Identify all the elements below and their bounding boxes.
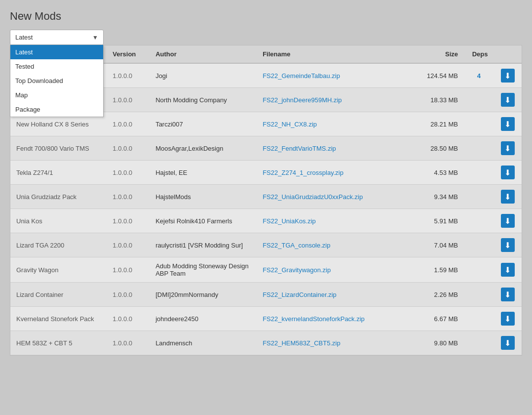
- download-button[interactable]: ⬇: [501, 141, 515, 155]
- cell-author: Adub Modding Stoneway Design ABP Team: [150, 257, 257, 283]
- download-button[interactable]: ⬇: [501, 238, 515, 252]
- cell-filename: FS22_FendtVarioTMS.zip: [257, 136, 418, 161]
- cell-version: 1.0.0.0: [107, 331, 150, 355]
- cell-size: 9.34 MB: [418, 185, 464, 209]
- cell-filename: FS22_Gravitywagon.zip: [257, 257, 418, 283]
- cell-deps: [464, 233, 494, 257]
- download-button[interactable]: ⬇: [501, 336, 515, 350]
- cell-deps: [464, 112, 494, 136]
- cell-author: Jogi: [150, 63, 257, 88]
- cell-size: 2.26 MB: [418, 283, 464, 307]
- cell-download: ⬇: [494, 185, 522, 209]
- table-row: Tekla Z274/11.0.0.0Hajstel, EEFS22_Z274_…: [10, 161, 522, 185]
- cell-download: ⬇: [494, 136, 522, 161]
- filter-dropdown-button[interactable]: Latest ▼: [10, 30, 104, 45]
- cell-filename: FS22_Z274_1_crossplay.zip: [257, 161, 418, 185]
- download-button[interactable]: ⬇: [501, 69, 515, 83]
- cell-mod-name: Fendt 700/800 Vario TMS: [10, 136, 107, 161]
- cell-download: ⬇: [494, 112, 522, 136]
- cell-deps: [464, 185, 494, 209]
- cell-size: 9.80 MB: [418, 331, 464, 355]
- dropdown-option-latest[interactable]: Latest: [10, 45, 103, 59]
- table-row: Kverneland Stonefork Pack1.0.0.0johndeer…: [10, 307, 522, 331]
- table-row: Gravity Wagon1.0.0.0Adub Modding Stonewa…: [10, 257, 522, 283]
- cell-version: 1.0.0.0: [107, 307, 150, 331]
- cell-filename: FS22_UniaGrudziadzU0xxPack.zip: [257, 185, 418, 209]
- download-button[interactable]: ⬇: [501, 214, 515, 228]
- cell-deps: [464, 257, 494, 283]
- cell-size: 7.04 MB: [418, 233, 464, 257]
- download-button[interactable]: ⬇: [501, 166, 515, 179]
- cell-version: 1.0.0.0: [107, 185, 150, 209]
- download-button[interactable]: ⬇: [501, 288, 515, 301]
- page-container: New Mods Latest ▼ Latest Tested Top Down…: [0, 0, 532, 415]
- cell-mod-name: Gravity Wagon: [10, 257, 107, 283]
- cell-version: 1.0.0.0: [107, 63, 150, 88]
- download-button[interactable]: ⬇: [501, 190, 515, 204]
- cell-filename: FS22_kvernelandStoneforkPack.zip: [257, 307, 418, 331]
- download-button[interactable]: ⬇: [501, 312, 515, 326]
- cell-size: 28.50 MB: [418, 136, 464, 161]
- cell-version: 1.0.0.0: [107, 136, 150, 161]
- cell-author: Kejefsi Rolnik410 Farmerls: [150, 209, 257, 233]
- cell-version: 1.0.0.0: [107, 209, 150, 233]
- cell-version: 1.0.0.0: [107, 88, 150, 112]
- chevron-down-icon: ▼: [92, 34, 98, 41]
- dropdown-option-package[interactable]: Package: [10, 102, 103, 117]
- page-title: New Mods: [10, 10, 522, 23]
- cell-author: raulycristi1 [VSR Modding Sur]: [150, 233, 257, 257]
- cell-author: HajstelMods: [150, 185, 257, 209]
- cell-filename: FS22_GemeindeTalbau.zip: [257, 63, 418, 88]
- cell-download: ⬇: [494, 88, 522, 112]
- cell-filename: FS22_johnDeere959MH.zip: [257, 88, 418, 112]
- table-row: Lizard TGA 22001.0.0.0raulycristi1 [VSR …: [10, 233, 522, 257]
- cell-version: 1.0.0.0: [107, 112, 150, 136]
- dropdown-option-tested[interactable]: Tested: [10, 59, 103, 74]
- cell-filename: FS22_NH_CX8.zip: [257, 112, 418, 136]
- download-button[interactable]: ⬇: [501, 263, 515, 277]
- download-button[interactable]: ⬇: [501, 117, 515, 131]
- cell-download: ⬇: [494, 161, 522, 185]
- cell-download: ⬇: [494, 63, 522, 88]
- cell-mod-name: Tekla Z274/1: [10, 161, 107, 185]
- cell-mod-name: Unia Grudziadz Pack: [10, 185, 107, 209]
- table-row: HEM 583Z + CBT 51.0.0.0LandmenschFS22_HE…: [10, 331, 522, 355]
- cell-filename: FS22_LizardContainer.zip: [257, 283, 418, 307]
- cell-size: 124.54 MB: [418, 63, 464, 88]
- cell-download: ⬇: [494, 331, 522, 355]
- table-row: Unia Grudziadz Pack1.0.0.0HajstelModsFS2…: [10, 185, 522, 209]
- dropdown-menu[interactable]: Latest Tested Top Downloaded Map Package: [10, 45, 104, 117]
- cell-mod-name: Unia Kos: [10, 209, 107, 233]
- col-header-filename: Filename: [257, 45, 418, 63]
- cell-download: ⬇: [494, 307, 522, 331]
- cell-deps: [464, 161, 494, 185]
- col-header-deps: Deps: [464, 45, 494, 63]
- col-header-download: [494, 45, 522, 63]
- cell-version: 1.0.0.0: [107, 283, 150, 307]
- cell-download: ⬇: [494, 257, 522, 283]
- dropdown-option-map[interactable]: Map: [10, 88, 103, 102]
- cell-filename: FS22_TGA_console.zip: [257, 233, 418, 257]
- download-button[interactable]: ⬇: [501, 93, 515, 107]
- table-row: Fendt 700/800 Vario TMS1.0.0.0MoosAgrar,…: [10, 136, 522, 161]
- cell-version: 1.0.0.0: [107, 233, 150, 257]
- cell-author: Hajstel, EE: [150, 161, 257, 185]
- cell-deps: [464, 88, 494, 112]
- cell-mod-name: Lizard TGA 2200: [10, 233, 107, 257]
- cell-author: johndeere2450: [150, 307, 257, 331]
- col-header-size: Size: [418, 45, 464, 63]
- cell-download: ⬇: [494, 209, 522, 233]
- cell-author: [DMI]20mmNormandy: [150, 283, 257, 307]
- cell-deps: [464, 209, 494, 233]
- col-header-version: Version: [107, 45, 150, 63]
- cell-deps: [464, 331, 494, 355]
- dropdown-option-top-downloaded[interactable]: Top Downloaded: [10, 74, 103, 88]
- cell-size: 18.33 MB: [418, 88, 464, 112]
- cell-mod-name: Kverneland Stonefork Pack: [10, 307, 107, 331]
- cell-mod-name: HEM 583Z + CBT 5: [10, 331, 107, 355]
- filter-dropdown-container[interactable]: Latest ▼ Latest Tested Top Downloaded Ma…: [10, 30, 104, 45]
- cell-deps: [464, 136, 494, 161]
- cell-size: 1.59 MB: [418, 257, 464, 283]
- cell-download: ⬇: [494, 283, 522, 307]
- cell-size: 4.53 MB: [418, 161, 464, 185]
